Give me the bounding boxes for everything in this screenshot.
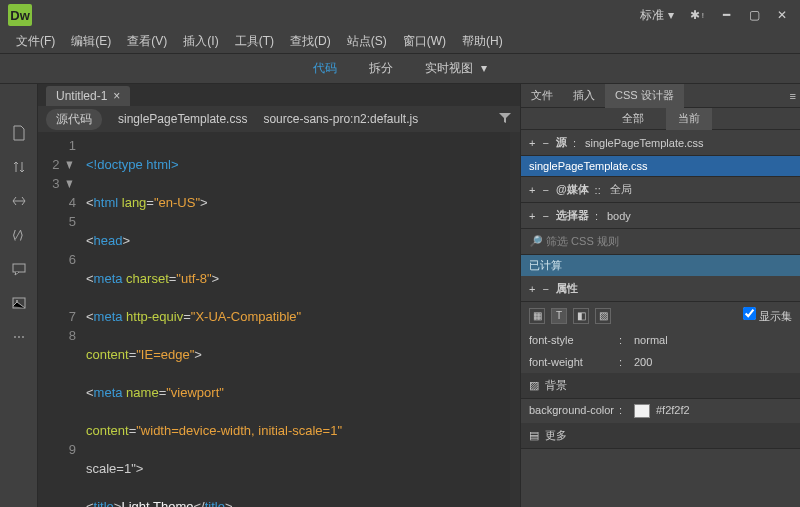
code-editor[interactable]: 12 ▼3 ▼45 6 78 9 <!doctype html> <html l… [38,132,520,507]
menu-find[interactable]: 查找(D) [282,33,339,50]
view-live-button[interactable]: 实时视图 ▾ [417,56,494,81]
sync-gear-icon[interactable]: ✱! [682,0,712,30]
panel-tabs: 文件 插入 CSS 设计器 ≡ [521,84,800,108]
sources-label: 源 [556,135,567,150]
properties-label: 属性 [556,281,578,296]
view-code-button[interactable]: 代码 [305,56,345,81]
filter-input[interactable]: 🔎 筛选 CSS 规则 [521,229,800,255]
bg-icon: ▨ [529,379,539,392]
source-file-item[interactable]: singlePageTemplate.css [521,156,800,177]
left-sidebar: ⟨∕⟩ ⋯ [0,84,38,507]
related-css[interactable]: singlePageTemplate.css [118,112,247,126]
document-tabs: Untitled-1 × [38,84,520,106]
text-cat-icon[interactable]: T [551,308,567,324]
media-value: 全局 [610,182,632,197]
layout-cat-icon[interactable]: ▦ [529,308,545,324]
related-js[interactable]: source-sans-pro:n2:default.js [263,112,418,126]
computed-header: 已计算 [521,255,800,276]
tab-close-icon[interactable]: × [113,89,120,103]
panel-tab-css[interactable]: CSS 设计器 [605,84,684,108]
filter-icon[interactable] [498,111,512,128]
menu-file[interactable]: 文件(F) [8,33,63,50]
brackets-icon[interactable]: ⟨∕⟩ [10,226,28,244]
showset-checkbox[interactable]: 显示集 [743,307,792,324]
view-toolbar: 代码 拆分 实时视图 ▾ [0,54,800,84]
maximize-button[interactable]: ▢ [740,5,768,25]
right-panel: 文件 插入 CSS 设计器 ≡ 全部 当前 + − 源: singlePageT… [520,84,800,507]
color-swatch[interactable] [634,404,650,418]
tab-title: Untitled-1 [56,89,107,103]
sources-value: singlePageTemplate.css [585,137,704,149]
code-lines: <!doctype html> <html lang="en-US"> <hea… [86,132,510,507]
selectors-value: body [607,210,631,222]
panel-tab-insert[interactable]: 插入 [563,84,605,108]
menu-help[interactable]: 帮助(H) [454,33,511,50]
menu-view[interactable]: 查看(V) [119,33,175,50]
image-icon[interactable] [10,294,28,312]
workspace-dropdown[interactable]: 标准 ▾ [632,0,682,30]
comment-icon[interactable] [10,260,28,278]
remove-prop-icon[interactable]: − [542,283,548,295]
titlebar: Dw 标准 ▾ ✱! ━ ▢ ✕ [0,0,800,30]
menu-insert[interactable]: 插入(I) [175,33,226,50]
panel-menu-icon[interactable]: ≡ [790,90,796,102]
selectors-label: 选择器 [556,208,589,223]
line-gutter: 12 ▼3 ▼45 6 78 9 [38,132,86,507]
menu-window[interactable]: 窗口(W) [395,33,454,50]
css-mode-tabs: 全部 当前 [521,108,800,130]
css-tab-all[interactable]: 全部 [610,108,656,130]
file-icon[interactable] [10,124,28,142]
remove-source-icon[interactable]: − [542,137,548,149]
menubar: 文件(F) 编辑(E) 查看(V) 插入(I) 工具(T) 查找(D) 站点(S… [0,30,800,54]
media-section: + − @媒体:: 全局 [521,177,800,203]
prop-font-weight[interactable]: font-weight:200 [521,351,800,373]
close-button[interactable]: ✕ [768,5,796,25]
add-selector-icon[interactable]: + [529,210,535,222]
add-source-icon[interactable]: + [529,137,535,149]
wand-icon[interactable] [10,192,28,210]
sources-section: + − 源: singlePageTemplate.css [521,130,800,156]
media-label: @媒体 [556,182,589,197]
border-cat-icon[interactable]: ◧ [573,308,589,324]
source-code-button[interactable]: 源代码 [46,109,102,130]
editor-area: Untitled-1 × 源代码 singlePageTemplate.css … [38,84,520,507]
category-icons: ▦ T ◧ ▨ 显示集 [521,302,800,329]
more-header[interactable]: ▤更多 [521,423,800,449]
more-icon[interactable]: ⋯ [10,328,28,346]
panel-tab-file[interactable]: 文件 [521,84,563,108]
more-icon: ▤ [529,429,539,442]
prop-font-style[interactable]: font-style:normal [521,329,800,351]
selectors-section: + − 选择器: body [521,203,800,229]
remove-selector-icon[interactable]: − [542,210,548,222]
properties-section: + − 属性 [521,276,800,302]
prop-bg-color[interactable]: background-color:#f2f2f2 [521,399,800,423]
menu-edit[interactable]: 编辑(E) [63,33,119,50]
view-split-button[interactable]: 拆分 [361,56,401,81]
minimize-button[interactable]: ━ [712,5,740,25]
app-logo: Dw [8,4,32,26]
background-header: ▨背景 [521,373,800,399]
scrollbar[interactable] [510,132,520,507]
svg-rect-0 [13,264,25,272]
updown-icon[interactable] [10,158,28,176]
document-tab[interactable]: Untitled-1 × [46,86,130,106]
add-media-icon[interactable]: + [529,184,535,196]
menu-tools[interactable]: 工具(T) [227,33,282,50]
related-files-bar: 源代码 singlePageTemplate.css source-sans-p… [38,106,520,132]
remove-media-icon[interactable]: − [542,184,548,196]
menu-site[interactable]: 站点(S) [339,33,395,50]
css-tab-current[interactable]: 当前 [666,108,712,130]
add-prop-icon[interactable]: + [529,283,535,295]
bg-cat-icon[interactable]: ▨ [595,308,611,324]
